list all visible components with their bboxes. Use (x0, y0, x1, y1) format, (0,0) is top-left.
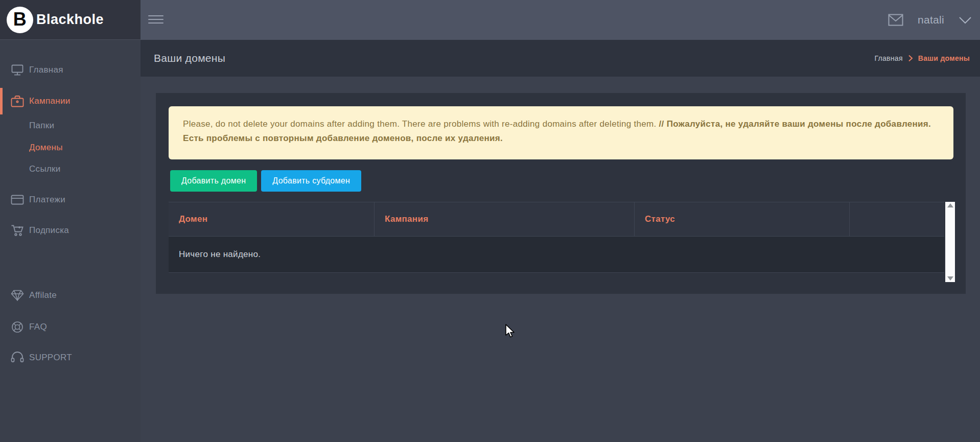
life-ring-icon (11, 320, 24, 334)
sidebar: Главная Кампании Папки Домены Ссылки (0, 40, 141, 442)
sidebar-item-label: Платежи (29, 195, 65, 205)
user-menu-chevron-down-icon[interactable] (959, 16, 972, 24)
username[interactable]: natali (918, 14, 944, 26)
sidebar-subitem-label: Папки (29, 121, 54, 131)
sidebar-item-payments[interactable]: Платежи (0, 189, 141, 211)
scroll-down-icon[interactable] (947, 276, 953, 281)
breadcrumb-current: Ваши домены (918, 54, 970, 62)
sidebar-subitem-domains[interactable]: Домены (0, 138, 141, 157)
briefcase-icon (11, 95, 24, 108)
brand-logo-letter: B (13, 10, 27, 29)
credit-card-icon (11, 193, 24, 206)
sidebar-item-label: FAQ (29, 322, 47, 332)
mail-icon[interactable] (888, 14, 903, 26)
sidebar-item-label: SUPPORT (29, 353, 72, 363)
sidebar-item-support[interactable]: SUPPORT (0, 346, 141, 369)
sidebar-item-label: Подписка (29, 225, 69, 236)
alert-text-en: Please, do not delete your domains after… (183, 119, 659, 129)
breadcrumb-chevron-icon (908, 55, 913, 62)
breadcrumb-home-link[interactable]: Главная (874, 54, 902, 62)
menu-toggle-icon[interactable] (148, 13, 164, 26)
content-card: Please, do not delete your domains after… (156, 93, 966, 294)
topbar-right: natali (888, 0, 972, 40)
add-domain-button[interactable]: Добавить домен (170, 170, 257, 192)
sidebar-item-campaigns[interactable]: Кампании (0, 90, 141, 112)
page-header: Ваши домены Главная Ваши домены (141, 40, 980, 77)
add-subdomain-button[interactable]: Добавить субдомен (261, 170, 361, 192)
sidebar-item-subscription[interactable]: Подписка (0, 219, 141, 242)
table-empty-row: Ничего не найдено. (169, 237, 944, 273)
sidebar-item-affiliate[interactable]: Affilate (0, 284, 141, 307)
mouse-cursor (505, 324, 517, 338)
sidebar-subitem-label: Домены (29, 143, 63, 153)
headset-icon (11, 351, 24, 364)
sidebar-subitem-links[interactable]: Ссылки (0, 160, 141, 178)
gem-icon (11, 289, 24, 302)
domains-warning-alert: Please, do not delete your domains after… (169, 106, 953, 159)
brand-logo[interactable]: B Blackhole (0, 0, 141, 40)
cart-plus-icon (11, 224, 24, 237)
sidebar-subitem-label: Ссылки (29, 164, 61, 174)
sidebar-subitem-folders[interactable]: Папки (0, 117, 141, 135)
table-scrollbar[interactable] (945, 202, 955, 282)
breadcrumb: Главная Ваши домены (874, 40, 970, 77)
monitor-icon (11, 63, 24, 77)
column-header-status: Статус (635, 202, 850, 236)
app-window: B Blackhole natali (0, 0, 980, 442)
actions-row: Добавить домен Добавить субдомен (170, 170, 361, 192)
column-header-actions (850, 202, 944, 236)
topbar: B Blackhole natali (0, 0, 980, 40)
sidebar-item-faq[interactable]: FAQ (0, 316, 141, 338)
table-header-row: Домен Кампания Статус (169, 202, 944, 237)
sidebar-item-main[interactable]: Главная (0, 59, 141, 81)
brand-logo-icon: B (7, 7, 33, 33)
sidebar-item-label: Кампании (29, 96, 71, 106)
column-header-domain: Домен (169, 202, 375, 236)
sidebar-item-label: Главная (29, 65, 63, 75)
column-header-campaign: Кампания (375, 202, 635, 236)
sidebar-item-label: Affilate (29, 290, 57, 300)
scroll-up-icon[interactable] (947, 203, 953, 207)
brand-name: Blackhole (36, 12, 104, 28)
domains-table: Домен Кампания Статус Ничего не найдено. (169, 202, 944, 273)
page-title: Ваши домены (154, 40, 225, 77)
